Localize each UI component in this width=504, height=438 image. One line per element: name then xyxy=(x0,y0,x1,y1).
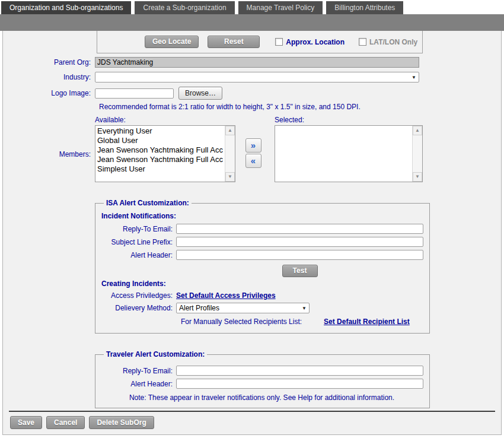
list-item[interactable]: Everything User xyxy=(97,126,225,136)
parent-org-label: Parent Org: xyxy=(3,58,95,66)
selected-listbox[interactable]: ▲ ▼ xyxy=(275,125,423,182)
subject-line-prefix-field[interactable] xyxy=(176,237,423,247)
latlon-only-label: LAT/LON Only xyxy=(369,38,417,46)
tab-organization-and-sub-organizations[interactable]: Organization and Sub-organizations xyxy=(1,1,131,14)
selected-label: Selected: xyxy=(275,116,423,124)
cancel-button[interactable]: Cancel xyxy=(46,416,85,429)
delievery-method-select[interactable]: Alert Profiles ▼ xyxy=(176,303,310,313)
traveler-alert-header-field[interactable] xyxy=(176,379,423,389)
selected-items xyxy=(275,126,412,182)
footer: Save Cancel Delete SubOrg xyxy=(3,411,501,434)
list-item[interactable]: Simplest User xyxy=(97,164,225,174)
parent-org-field[interactable] xyxy=(95,57,419,68)
isa-alert-header-field[interactable] xyxy=(176,250,423,260)
list-item[interactable]: Jean Swenson Yachtmaking Full Acc xyxy=(97,145,225,155)
delievery-method-label: Delievery Method: xyxy=(100,304,176,312)
traveler-alert-header-label: Alert Header: xyxy=(100,380,176,388)
isa-reply-to-email-label: Reply-To Email: xyxy=(100,225,176,233)
page: Organization and Sub-organizations Creat… xyxy=(0,0,504,438)
traveler-reply-to-email-label: Reply-To Email: xyxy=(100,367,176,375)
logo-format-note: Recommended format is 2:1 ratio for widt… xyxy=(99,103,501,111)
move-right-icon[interactable]: » xyxy=(245,138,261,153)
list-item[interactable]: Jean Swenson Yachtmaking Full Acc xyxy=(97,155,225,164)
scrollbar-track[interactable] xyxy=(225,135,235,172)
traveler-alert-customization-fieldset: Traveler Alert Customization: Reply-To E… xyxy=(95,350,430,408)
geo-locate-box: Geo Locate Reset Approx. Location LAT/LO… xyxy=(97,31,423,53)
list-item[interactable]: Global User xyxy=(97,136,225,145)
isa-reply-to-email-field[interactable] xyxy=(176,224,423,234)
logo-image-field[interactable] xyxy=(95,88,174,99)
transfer-buttons: » « xyxy=(235,124,271,182)
available-scrollbar[interactable]: ▲ ▼ xyxy=(225,126,235,182)
tab-billington-attributes[interactable]: Billington Attributes xyxy=(326,1,403,14)
scroll-down-icon[interactable]: ▼ xyxy=(413,172,422,182)
creating-incidents-heading: Creating Incidents: xyxy=(101,280,423,288)
approx-location-label: Approx. Location xyxy=(286,38,344,46)
traveler-note: Note: These appear in traveler notificat… xyxy=(100,393,423,402)
move-left-icon[interactable]: « xyxy=(245,154,261,168)
traveler-alert-customization-legend: Traveler Alert Customization: xyxy=(104,350,207,358)
chevron-down-icon: ▼ xyxy=(299,306,307,311)
isa-alert-customization-fieldset: ISA Alert Customization: Incident Notifi… xyxy=(95,199,430,334)
industry-select[interactable]: ▼ xyxy=(95,72,419,82)
set-default-recipient-list-link[interactable]: Set Default Recipient List xyxy=(324,318,410,326)
browse-button[interactable]: Browse… xyxy=(178,87,222,100)
members-section: Members: Available: Everything UserGloba… xyxy=(3,116,501,182)
scroll-up-icon[interactable]: ▲ xyxy=(225,126,235,135)
form-panel: Geo Locate Reset Approx. Location LAT/LO… xyxy=(2,31,502,435)
latlon-only-checkbox[interactable] xyxy=(359,38,366,46)
save-button[interactable]: Save xyxy=(10,416,42,429)
scroll-down-icon[interactable]: ▼ xyxy=(225,172,235,182)
available-column: Available: Everything UserGlobal UserJea… xyxy=(95,116,235,182)
access-priviledges-label: Access Priviledges: xyxy=(100,291,176,300)
tab-manage-travel-policy[interactable]: Manage Travel Policy xyxy=(238,1,323,14)
available-label: Available: xyxy=(95,116,235,124)
header-bar xyxy=(0,14,504,31)
available-items: Everything UserGlobal UserJean Swenson Y… xyxy=(95,126,225,182)
members-label: Members: xyxy=(3,150,95,182)
approx-location-checkbox[interactable] xyxy=(275,38,283,46)
delete-suborg-button[interactable]: Delete SubOrg xyxy=(89,416,154,429)
logo-image-label: Logo Image: xyxy=(3,89,95,97)
geo-locate-button[interactable]: Geo Locate xyxy=(145,36,199,48)
tab-create-a-sub-organization[interactable]: Create a Sub-organization xyxy=(135,1,234,14)
isa-alert-header-label: Alert Header: xyxy=(100,251,176,259)
incident-notifications-heading: Incident Notifications: xyxy=(101,212,423,220)
subject-line-prefix-label: Subject Line Prefix: xyxy=(100,238,176,246)
isa-alert-customization-legend: ISA Alert Customization: xyxy=(104,199,192,207)
set-default-access-privileges-link[interactable]: Set Default Access Privileges xyxy=(176,291,276,300)
selected-column: Selected: ▲ ▼ xyxy=(275,116,423,182)
available-listbox[interactable]: Everything UserGlobal UserJean Swenson Y… xyxy=(95,125,235,182)
selected-scrollbar[interactable]: ▲ ▼ xyxy=(412,126,422,182)
tab-bar: Organization and Sub-organizations Creat… xyxy=(0,0,504,14)
industry-label: Industry: xyxy=(3,73,95,81)
chevron-down-icon: ▼ xyxy=(409,75,416,80)
test-button[interactable]: Test xyxy=(282,265,318,277)
scrollbar-track[interactable] xyxy=(413,135,422,172)
traveler-reply-to-email-field[interactable] xyxy=(176,366,423,376)
manual-recipients-label: For Manually Selected Recipients List: xyxy=(181,318,302,326)
scroll-up-icon[interactable]: ▲ xyxy=(413,126,422,135)
reset-button[interactable]: Reset xyxy=(208,36,260,48)
delievery-method-selected-value: Alert Profiles xyxy=(179,304,299,312)
